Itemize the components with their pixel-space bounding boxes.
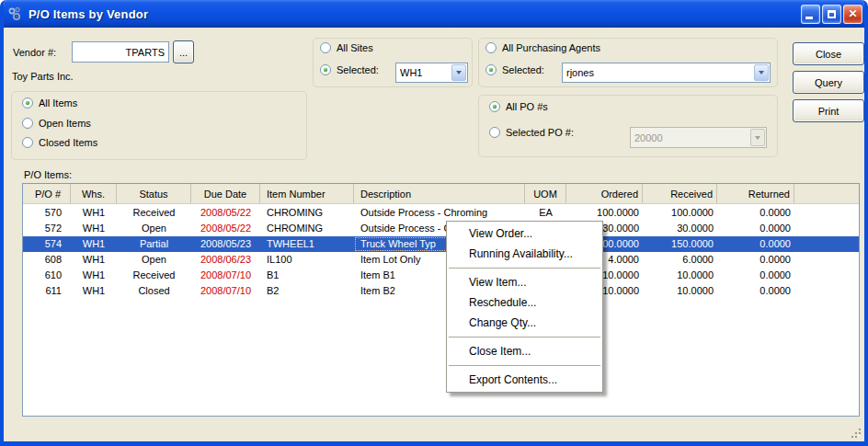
cell-received: 10.0000 bbox=[643, 268, 717, 283]
cell-returned: 0.0000 bbox=[717, 283, 794, 299]
radio-dot-icon bbox=[320, 42, 331, 53]
cell-item-number: B2 bbox=[260, 283, 354, 299]
cell-returned: 0.0000 bbox=[717, 236, 794, 252]
po-combobox: 20000 bbox=[630, 127, 767, 148]
po-items-table: P/O # Whs. Status Due Date Item Number D… bbox=[22, 183, 860, 417]
menu-separator bbox=[449, 268, 600, 269]
status-bar bbox=[4, 417, 864, 441]
col-header-due-date[interactable]: Due Date bbox=[191, 184, 260, 203]
radio-selected-po[interactable]: Selected PO #: bbox=[489, 127, 574, 138]
col-header-po[interactable]: P/O # bbox=[23, 184, 71, 203]
print-button[interactable]: Print bbox=[793, 99, 864, 122]
menu-item-view-order[interactable]: View Order... bbox=[447, 223, 602, 244]
radio-selected-site-label: Selected: bbox=[337, 64, 379, 75]
cell-due-date: 2008/07/10 bbox=[191, 268, 260, 283]
table-row[interactable]: 608 WH1 Open 2008/06/23 IL100 Item Lot O… bbox=[23, 252, 859, 268]
cell-po: 574 bbox=[23, 236, 71, 252]
col-header-description[interactable]: Description bbox=[354, 184, 525, 203]
cell-whs: WH1 bbox=[71, 236, 117, 252]
table-caption: P/O Items: bbox=[24, 169, 72, 180]
resize-grip[interactable] bbox=[849, 426, 861, 438]
cell-po: 610 bbox=[23, 268, 71, 283]
cell-due-date: 2008/05/23 bbox=[191, 236, 260, 252]
radio-dot-icon bbox=[489, 127, 500, 138]
cell-status: Received bbox=[117, 268, 191, 283]
radio-open-items[interactable]: Open Items bbox=[22, 118, 91, 129]
cell-whs: WH1 bbox=[71, 268, 117, 283]
cell-received: 6.0000 bbox=[643, 252, 717, 268]
cell-item-number: B1 bbox=[260, 268, 354, 283]
table-row[interactable]: 572 WH1 Open 2008/05/22 CHROMING Outside… bbox=[23, 221, 859, 236]
col-header-filler bbox=[794, 184, 859, 203]
radio-dot-icon bbox=[22, 97, 33, 109]
col-header-item-number[interactable]: Item Number bbox=[260, 184, 354, 203]
cell-whs: WH1 bbox=[71, 205, 117, 221]
query-button[interactable]: Query bbox=[793, 71, 864, 94]
menu-separator bbox=[449, 365, 600, 366]
maximize-button[interactable] bbox=[822, 5, 841, 24]
vendor-input[interactable] bbox=[72, 41, 169, 63]
vendor-name-label: Toy Parts Inc. bbox=[12, 71, 74, 82]
agent-combobox[interactable]: rjones bbox=[562, 63, 771, 83]
table-row[interactable]: 611 WH1 Closed 2008/07/10 B2 Item B2 EA … bbox=[23, 283, 859, 299]
radio-all-sites[interactable]: All Sites bbox=[320, 42, 373, 53]
radio-dot-icon bbox=[22, 137, 33, 148]
chevron-down-icon[interactable] bbox=[754, 64, 769, 81]
minimize-icon bbox=[805, 17, 813, 19]
radio-all-items[interactable]: All Items bbox=[22, 97, 77, 109]
chevron-down-icon[interactable] bbox=[451, 64, 466, 81]
site-combobox-value: WH1 bbox=[400, 63, 422, 82]
cell-returned: 0.0000 bbox=[717, 205, 794, 221]
radio-all-pos[interactable]: All PO #s bbox=[489, 101, 548, 112]
menu-item-reschedule[interactable]: Reschedule... bbox=[447, 292, 602, 313]
col-header-whs[interactable]: Whs. bbox=[71, 184, 117, 203]
menu-item-export-contents[interactable]: Export Contents... bbox=[447, 370, 602, 390]
cell-status: Open bbox=[117, 221, 191, 236]
minimize-button[interactable] bbox=[801, 5, 820, 24]
cell-status: Open bbox=[117, 252, 191, 268]
cell-po: 608 bbox=[23, 252, 71, 268]
menu-item-close-item[interactable]: Close Item... bbox=[447, 341, 602, 361]
cell-po: 572 bbox=[23, 221, 71, 236]
col-header-ordered[interactable]: Ordered bbox=[566, 184, 643, 203]
resize-grip-icon bbox=[859, 436, 861, 438]
radio-all-sites-label: All Sites bbox=[337, 42, 373, 53]
vendor-browse-button[interactable]: ... bbox=[173, 40, 194, 63]
table-header: P/O # Whs. Status Due Date Item Number D… bbox=[23, 184, 859, 204]
menu-item-running-availability[interactable]: Running Availability... bbox=[447, 244, 602, 264]
radio-closed-items[interactable]: Closed Items bbox=[22, 137, 97, 148]
cell-item-number: CHROMING bbox=[260, 221, 354, 236]
menu-item-view-item[interactable]: View Item... bbox=[447, 272, 602, 292]
radio-dot-icon bbox=[22, 118, 33, 129]
cell-ordered: 100.0000 bbox=[566, 205, 643, 221]
table-row-selected[interactable]: 574 WH1 Partial 2008/05/23 TWHEEL1 Truck… bbox=[23, 236, 859, 252]
cell-uom: EA bbox=[525, 205, 566, 221]
po-combobox-value: 20000 bbox=[634, 128, 663, 147]
cell-item-number: CHROMING bbox=[260, 205, 354, 221]
table-row[interactable]: 570 WH1 Received 2008/05/22 CHROMING Out… bbox=[23, 205, 859, 221]
radio-selected-agent-label: Selected: bbox=[502, 64, 544, 75]
menu-item-change-qty[interactable]: Change Qty... bbox=[447, 313, 602, 333]
cell-po: 570 bbox=[23, 205, 71, 221]
radio-all-items-label: All Items bbox=[39, 97, 77, 109]
menu-separator bbox=[449, 337, 600, 337]
radio-selected-agent[interactable]: Selected: bbox=[485, 64, 544, 75]
cell-received: 100.0000 bbox=[643, 205, 717, 221]
col-header-uom[interactable]: UOM bbox=[525, 184, 566, 203]
app-gears-icon bbox=[7, 6, 24, 22]
site-combobox[interactable]: WH1 bbox=[395, 63, 468, 83]
radio-all-agents[interactable]: All Purchasing Agents bbox=[485, 42, 600, 53]
col-header-returned[interactable]: Returned bbox=[717, 184, 794, 203]
titlebar[interactable]: P/O Items by Vendor ✕ bbox=[0, 0, 868, 28]
radio-selected-site[interactable]: Selected: bbox=[320, 64, 379, 75]
context-menu: View Order... Running Availability... Vi… bbox=[446, 221, 603, 393]
radio-closed-items-label: Closed Items bbox=[39, 137, 97, 148]
cell-item-number: TWHEEL1 bbox=[260, 236, 354, 252]
cell-item-number: IL100 bbox=[260, 252, 354, 268]
table-row[interactable]: 610 WH1 Received 2008/07/10 B1 Item B1 E… bbox=[23, 268, 859, 283]
close-window-button[interactable]: ✕ bbox=[843, 5, 862, 24]
col-header-status[interactable]: Status bbox=[117, 184, 191, 203]
maximize-icon bbox=[828, 10, 836, 18]
close-button[interactable]: Close bbox=[793, 42, 864, 65]
col-header-received[interactable]: Received bbox=[643, 184, 717, 203]
